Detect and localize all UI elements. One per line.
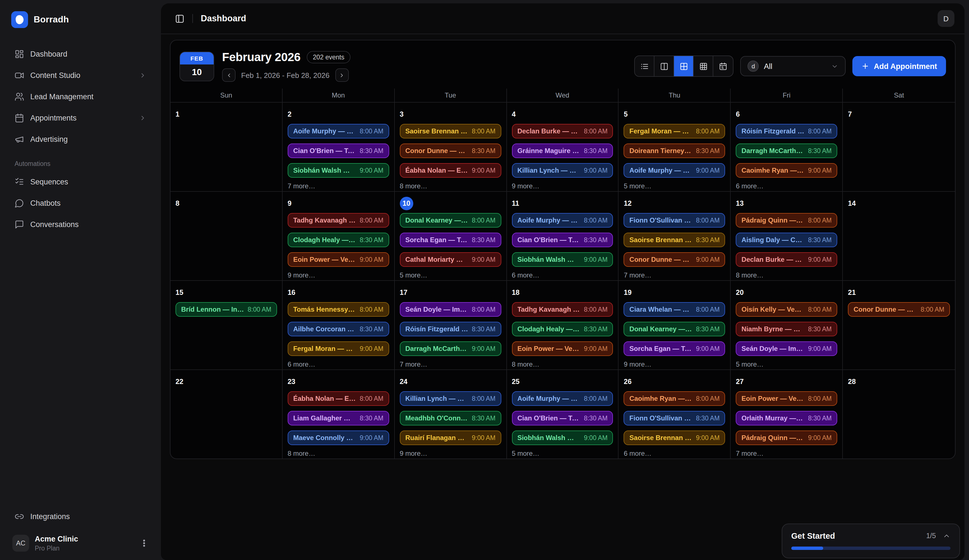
- more-events-link[interactable]: 8 more…: [400, 182, 501, 190]
- event-chip[interactable]: Killian Lynch — De…8:00 AM: [400, 391, 501, 406]
- event-chip[interactable]: Cian O'Brien — Te…8:30 AM: [288, 143, 389, 158]
- sidebar-item-content-studio[interactable]: Content Studio: [9, 65, 152, 85]
- event-chip[interactable]: Pádraig Quinn — …9:00 AM: [736, 430, 837, 445]
- add-appointment-button[interactable]: Add Appointment: [852, 56, 946, 76]
- kebab-menu-icon[interactable]: [140, 539, 148, 548]
- day-cell-14[interactable]: 14: [843, 192, 955, 280]
- more-events-link[interactable]: 9 more…: [624, 361, 725, 368]
- day-cell-19[interactable]: 19Ciara Whelan — D…8:00 AMDonal Kearney …: [619, 281, 731, 369]
- day-cell-20[interactable]: 20Oisín Kelly — Ven…8:00 AMNiamh Byrne —…: [731, 281, 843, 369]
- event-chip[interactable]: Conor Dunne — C…8:30 AM: [400, 143, 501, 158]
- day-cell-27[interactable]: 27Eoin Power — Ven…8:00 AMOrlaith Murray…: [731, 370, 843, 459]
- event-chip[interactable]: Seán Doyle — Imp…8:00 AM: [400, 302, 501, 317]
- day-cell-25[interactable]: 25Aoife Murphy — D…8:00 AMCian O'Brien —…: [507, 370, 619, 459]
- sidebar-item-sequences[interactable]: Sequences: [9, 171, 152, 192]
- event-chip[interactable]: Tadhg Kavanagh …8:00 AM: [288, 213, 389, 228]
- event-chip[interactable]: Fionn O'Sullivan …8:00 AM: [624, 213, 725, 228]
- sidebar-item-integrations[interactable]: Integrations: [9, 507, 152, 527]
- event-chip[interactable]: Éabha Nolan — E…8:00 AM: [288, 391, 389, 406]
- event-chip[interactable]: Donal Kearney — I…8:30 AM: [624, 322, 725, 336]
- event-chip[interactable]: Donal Kearney — I…8:00 AM: [400, 213, 501, 228]
- view-toggle-dense-grid[interactable]: [694, 56, 714, 76]
- event-chip[interactable]: Darragh McCarth…9:00 AM: [400, 341, 501, 356]
- event-chip[interactable]: Cian O'Brien — Te…8:30 AM: [512, 411, 613, 425]
- event-chip[interactable]: Caoimhe Ryan — …9:00 AM: [736, 163, 837, 178]
- more-events-link[interactable]: 7 more…: [400, 361, 501, 368]
- event-chip[interactable]: Cian O'Brien — Te…8:30 AM: [512, 233, 613, 247]
- more-events-link[interactable]: 5 more…: [512, 450, 613, 457]
- day-cell-9[interactable]: 9Tadhg Kavanagh …8:00 AMClodagh Healy — …: [283, 192, 395, 280]
- chevron-up-icon[interactable]: [942, 532, 951, 540]
- view-toggle-split[interactable]: [655, 56, 674, 76]
- more-events-link[interactable]: 8 more…: [512, 361, 613, 368]
- sidebar-item-lead-management[interactable]: Lead Management: [9, 86, 152, 106]
- sidebar-item-dashboard[interactable]: Dashboard: [9, 44, 152, 64]
- event-chip[interactable]: Gráinne Maguire …8:30 AM: [512, 143, 613, 158]
- day-cell-22[interactable]: 22: [170, 370, 283, 459]
- day-cell-21[interactable]: 21Conor Dunne — C…8:00 AM: [843, 281, 955, 369]
- day-cell-16[interactable]: 16Tomás Hennessy …8:00 AMAilbhe Corcoran…: [283, 281, 395, 369]
- event-chip[interactable]: Ruairí Flanagan —…9:00 AM: [400, 430, 501, 445]
- more-events-link[interactable]: 6 more…: [624, 450, 725, 457]
- event-chip[interactable]: Róisín Fitzgerald …8:00 AM: [736, 124, 837, 138]
- event-chip[interactable]: Doireann Tierney …8:30 AM: [624, 143, 725, 158]
- user-avatar[interactable]: D: [937, 10, 954, 27]
- day-cell-26[interactable]: 26Caoimhe Ryan — …8:00 AMFionn O'Sulliva…: [619, 370, 731, 459]
- day-cell-24[interactable]: 24Killian Lynch — De…8:00 AMMeadhbh O'Co…: [395, 370, 507, 459]
- day-cell-5[interactable]: 5Fergal Moran — Ni…8:00 AMDoireann Tiern…: [619, 103, 731, 191]
- event-chip[interactable]: Clodagh Healy — I…8:30 AM: [288, 233, 389, 247]
- event-chip[interactable]: Bríd Lennon — Invi…8:00 AM: [175, 302, 277, 317]
- event-chip[interactable]: Clodagh Healy — I…8:30 AM: [512, 322, 613, 336]
- event-chip[interactable]: Fergal Moran — Ni…8:00 AM: [624, 124, 725, 138]
- more-events-link[interactable]: 9 more…: [400, 450, 501, 457]
- view-toggle-agenda[interactable]: [714, 56, 733, 76]
- more-events-link[interactable]: 8 more…: [736, 271, 837, 279]
- event-chip[interactable]: Seán Doyle — Imp…9:00 AM: [736, 341, 837, 356]
- sidebar-item-advertising[interactable]: Advertising: [9, 129, 152, 149]
- event-chip[interactable]: Caoimhe Ryan — …8:00 AM: [624, 391, 725, 406]
- sidebar-toggle-button[interactable]: [171, 10, 188, 27]
- day-cell-6[interactable]: 6Róisín Fitzgerald …8:00 AMDarragh McCar…: [731, 103, 843, 191]
- event-chip[interactable]: Liam Gallagher — …8:30 AM: [288, 411, 389, 425]
- more-events-link[interactable]: 6 more…: [288, 361, 389, 368]
- event-chip[interactable]: Pádraig Quinn — …8:00 AM: [736, 213, 837, 228]
- event-chip[interactable]: Fergal Moran — Ni…9:00 AM: [288, 341, 389, 356]
- event-chip[interactable]: Siobhán Walsh — I…9:00 AM: [512, 252, 613, 267]
- day-cell-15[interactable]: 15Bríd Lennon — Invi…8:00 AM: [170, 281, 283, 369]
- event-chip[interactable]: Aoife Murphy — D…8:00 AM: [512, 213, 613, 228]
- day-cell-10[interactable]: 10Donal Kearney — I…8:00 AMSorcha Egan —…: [395, 192, 507, 280]
- more-events-link[interactable]: 7 more…: [736, 450, 837, 457]
- event-chip[interactable]: Maeve Connolly —…9:00 AM: [288, 430, 389, 445]
- event-chip[interactable]: Darragh McCarth…8:30 AM: [736, 143, 837, 158]
- day-cell-4[interactable]: 4Declan Burke — R…8:00 AMGráinne Maguire…: [507, 103, 619, 191]
- event-chip[interactable]: Saoirse Brennan …9:00 AM: [624, 430, 725, 445]
- day-cell-12[interactable]: 12Fionn O'Sullivan …8:00 AMSaoirse Brenn…: [619, 192, 731, 280]
- event-chip[interactable]: Conor Dunne — C…9:00 AM: [624, 252, 725, 267]
- event-chip[interactable]: Declan Burke — R…8:00 AM: [512, 124, 613, 138]
- more-events-link[interactable]: 5 more…: [400, 271, 501, 279]
- event-chip[interactable]: Róisín Fitzgerald …8:30 AM: [400, 322, 501, 336]
- staff-filter-select[interactable]: d All: [741, 56, 846, 76]
- day-cell-11[interactable]: 11Aoife Murphy — D…8:00 AMCian O'Brien —…: [507, 192, 619, 280]
- day-cell-28[interactable]: 28: [843, 370, 955, 459]
- event-chip[interactable]: Tadhg Kavanagh …8:00 AM: [512, 302, 613, 317]
- more-events-link[interactable]: 5 more…: [736, 361, 837, 368]
- event-chip[interactable]: Éabha Nolan — E…9:00 AM: [400, 163, 501, 178]
- sidebar-item-conversations[interactable]: Conversations: [9, 214, 152, 234]
- more-events-link[interactable]: 6 more…: [736, 182, 837, 190]
- day-cell-3[interactable]: 3Saoirse Brennan …8:00 AMConor Dunne — C…: [395, 103, 507, 191]
- event-chip[interactable]: Eoin Power — Ven…9:00 AM: [288, 252, 389, 267]
- sidebar-item-chatbots[interactable]: Chatbots: [9, 193, 152, 213]
- day-cell-7[interactable]: 7: [843, 103, 955, 191]
- event-chip[interactable]: Aisling Daly — Ch…8:30 AM: [736, 233, 837, 247]
- day-cell-1[interactable]: 1: [170, 103, 283, 191]
- event-chip[interactable]: Ailbhe Corcoran …8:30 AM: [288, 322, 389, 336]
- event-chip[interactable]: Saoirse Brennan …8:00 AM: [400, 124, 501, 138]
- event-chip[interactable]: Oisín Kelly — Ven…8:00 AM: [736, 302, 837, 317]
- event-chip[interactable]: Tomás Hennessy …8:00 AM: [288, 302, 389, 317]
- event-chip[interactable]: Meadhbh O'Conn…8:30 AM: [400, 411, 501, 425]
- event-chip[interactable]: Ciara Whelan — D…8:00 AM: [624, 302, 725, 317]
- event-chip[interactable]: Niamh Byrne — E…8:30 AM: [736, 322, 837, 336]
- next-period-button[interactable]: [335, 68, 348, 82]
- more-events-link[interactable]: 7 more…: [624, 271, 725, 279]
